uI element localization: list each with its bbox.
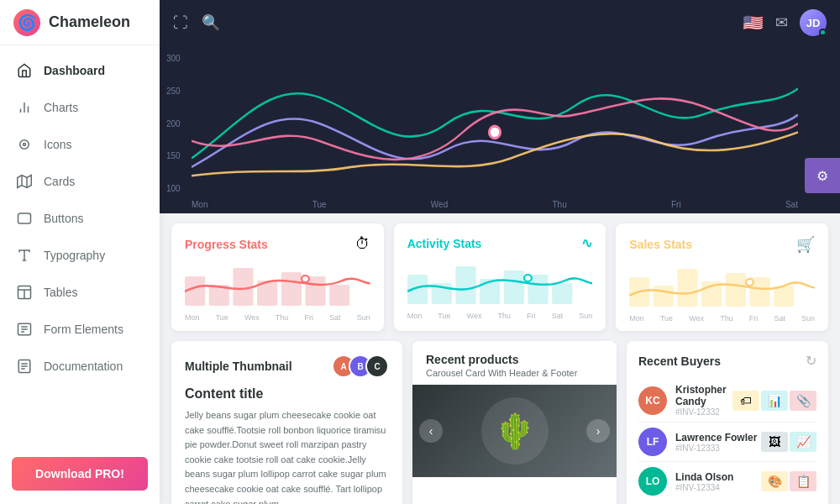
buyer-thumb-5: 📈 [790,432,816,452]
buyer-avatar-3: LO [638,467,667,496]
activity-chart-days: MonTueWexThuFriSatSun [407,312,593,320]
buyer-info-3: Linda Olson #INV-12334 [675,471,759,492]
svg-point-3 [20,140,29,150]
svg-rect-37 [552,283,572,304]
svg-point-38 [524,275,532,281]
topbar-right: 🇺🇸 ✉ JD [743,9,827,36]
xlabel-mon: Mon [192,200,207,209]
user-status-indicator [819,29,827,36]
carousel-prev-button[interactable]: ‹ [419,419,443,443]
chart-icon [15,98,34,117]
sidebar-logo: 🌀 Chameleon [0,0,160,45]
svg-rect-43 [726,273,746,307]
expand-icon[interactable]: ⛶ [173,14,188,32]
sidebar-label-documentation: Documentation [44,360,123,373]
svg-rect-35 [503,270,523,304]
svg-point-30 [302,276,309,282]
buyer-info-1: Kristopher Candy #INV-12332 [675,384,731,417]
cards-icon [15,172,34,191]
buyer-thumb-1: 🏷 [732,391,759,411]
topbar-left: ⛶ 🔍 [173,13,220,32]
xlabel-sat: Sat [785,200,798,209]
sidebar-label-tables: Tables [44,286,77,299]
svg-point-4 [24,144,26,146]
refresh-icon[interactable]: ↻ [806,353,816,369]
svg-rect-41 [678,269,698,307]
buyer-item-1: KC Kristopher Candy #INV-12332 🏷 📊 📎 [638,379,816,423]
content-area: 300 250 200 150 100 Mon Tue [160,45,840,504]
svg-point-22 [489,126,500,139]
user-avatar-wrap[interactable]: JD [800,9,827,36]
buyer-name-1: Kristopher Candy [675,384,731,407]
products-subtitle: Carousel Card With Header & Footer [426,368,603,378]
mail-icon[interactable]: ✉ [775,13,788,32]
icons-icon [15,135,34,154]
sales-chart-days: MonTueWexThuFriSatSun [629,314,815,323]
sidebar-item-dashboard[interactable]: Dashboard [0,52,160,89]
buyer-thumb-4: 🖼 [761,432,788,452]
thumbnail-card: Multiple Thumbnail A B C Content title J… [171,341,402,504]
buyer-item-2: LF Lawrence Fowler #INV-12333 🖼 📈 [638,423,816,462]
sidebar-label-form-elements: Form Elements [44,323,123,336]
sales-stats-title: Sales Stats [629,238,692,251]
buyer-thumb-6: 🎨 [761,471,788,491]
sidebar-item-buttons[interactable]: Buttons [0,200,160,237]
wave-chart-svg [192,54,798,193]
buyers-title: Recent Buyers [638,354,721,368]
progress-stats-icon: ⏱ [355,235,370,253]
svg-rect-40 [654,286,674,307]
svg-rect-8 [18,213,31,223]
products-card-header: Recent products Carousel Card With Heade… [412,341,617,385]
buyer-info-2: Lawrence Fowler #INV-12333 [675,432,759,453]
main-area: ⛶ 🔍 🇺🇸 ✉ JD 300 250 200 150 100 [160,0,840,504]
stats-row: Progress Stats ⏱ [160,213,840,338]
sidebar: 🌀 Chameleon Dashboard Charts Icons [0,0,160,504]
progress-stats-header: Progress Stats ⏱ [185,235,370,253]
content-body: Jelly beans sugar plum cheesecake cookie… [185,408,389,504]
buyers-header: Recent Buyers ↻ [638,353,816,369]
avatar-group: A B C [332,354,389,378]
sidebar-item-charts[interactable]: Charts [0,89,160,126]
sidebar-item-documentation[interactable]: Documentation [0,348,160,385]
avatar-small-3: C [365,354,389,378]
buyer-inv-1: #INV-12332 [675,407,731,417]
flag-icon[interactable]: 🇺🇸 [743,13,764,33]
sidebar-item-form-elements[interactable]: Form Elements [0,311,160,348]
sidebar-item-cards[interactable]: Cards [0,163,160,200]
buyer-thumb-3: 📎 [790,391,816,411]
ylabel-200: 200 [166,119,181,129]
wave-chart: 300 250 200 150 100 Mon Tue [160,45,840,213]
logo-icon: 🌀 [13,9,40,36]
logo-text: Chameleon [49,13,130,31]
activity-mini-chart [407,258,593,308]
topbar: ⛶ 🔍 🇺🇸 ✉ JD [160,0,840,45]
settings-fab[interactable]: ⚙ [805,158,840,193]
carousel-next-button[interactable]: › [586,419,610,443]
svg-rect-27 [281,272,302,306]
products-title: Recent products [426,353,603,366]
xlabel-wed: Wed [431,200,448,209]
sidebar-item-tables[interactable]: Tables [0,274,160,311]
products-image-inner: 🌵 [481,397,549,465]
sales-stats-card: Sales Stats 🛒 [616,223,828,331]
buyer-avatar-1: KC [638,386,667,415]
cards-row: Multiple Thumbnail A B C Content title J… [160,338,840,504]
buyer-inv-2: #INV-12333 [675,444,759,453]
sidebar-label-typography: Typography [44,249,105,262]
download-pro-button[interactable]: Download PRO! [12,457,148,491]
sidebar-label-icons: Icons [44,138,71,151]
progress-mini-chart [185,260,370,310]
buyer-thumb-2: 📊 [761,391,788,411]
sidebar-label-buttons: Buttons [44,212,83,225]
ylabel-150: 150 [166,151,181,160]
progress-chart-days: MonTueWexThuFriSatSun [185,313,370,322]
xlabel-tue: Tue [312,200,327,209]
sidebar-item-typography[interactable]: Typography [0,237,160,274]
typography-icon [15,246,34,265]
search-icon[interactable]: 🔍 [202,13,220,32]
sidebar-item-icons[interactable]: Icons [0,126,160,163]
buyer-thumb-7: 📋 [790,471,816,491]
tables-icon [15,283,34,302]
svg-marker-5 [18,176,32,188]
chart-y-axis: 300 250 200 150 100 [166,54,181,193]
